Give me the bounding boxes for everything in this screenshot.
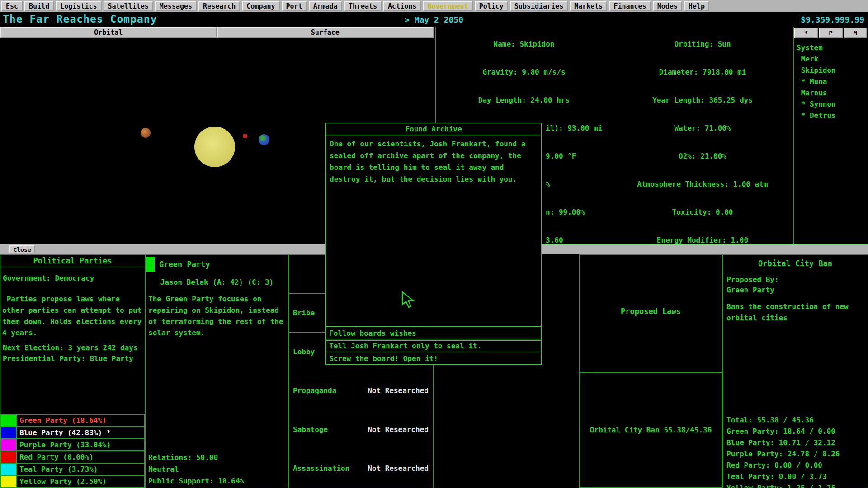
party-color-swatch <box>146 257 155 272</box>
proposed-law-item[interactable]: Orbital City Ban 55.38/45.36 <box>580 372 722 488</box>
party-label-2: Purple Party (33.04%) <box>17 439 145 451</box>
action-label: Lobby <box>293 347 315 356</box>
political-parties-title: Political Parties <box>0 255 145 267</box>
vote-yellow: Yellow Party: 1.25 / 1.25 <box>726 482 840 488</box>
party-swatch-3 <box>0 451 17 463</box>
party-swatch-4 <box>0 463 17 475</box>
sidebar-item-merk[interactable]: Merk <box>797 53 867 65</box>
next-election: Next Election: 3 years 242 days <box>3 343 145 352</box>
party-row-teal[interactable]: Teal Party (3.73%) <box>0 463 145 475</box>
action-row-propaganda[interactable]: Propaganda Not Researched <box>289 371 433 410</box>
planet-toxicity: Toxicity: 0.00 <box>612 198 793 226</box>
proposed-laws-title: Proposed Laws <box>580 307 722 316</box>
law-detail-panel: Orbital City Ban Proposed By: Green Part… <box>722 254 868 488</box>
party-stance: Neutral <box>148 464 244 475</box>
menu-item-finances[interactable]: Finances <box>609 1 651 11</box>
party-row-yellow[interactable]: Yellow Party (2.50%) <box>0 475 145 488</box>
menu-item-government[interactable]: Government <box>423 1 472 11</box>
mouse-cursor-icon <box>401 291 417 309</box>
view-tabs: Orbital Surface <box>0 27 434 38</box>
planet-diameter: Diameter: 7918.00 mi <box>612 58 793 86</box>
event-dialog: Found Archive One of our scientists, Jos… <box>326 123 542 365</box>
sidebar-item-skipidon[interactable]: Skipidon <box>797 65 867 76</box>
menu-item-research[interactable]: Research <box>198 1 240 11</box>
party-row-purple[interactable]: Purple Party (33.04%) <box>0 439 145 451</box>
planet-year-length: Year Length: 365.25 dys <box>612 86 793 114</box>
menu-item-help[interactable]: Help <box>684 1 709 11</box>
sidebar-item-detrus[interactable]: * Detrus <box>797 110 867 121</box>
sidebar-item-synnon[interactable]: * Synnon <box>797 99 867 110</box>
tab-orbital[interactable]: Orbital <box>0 27 217 38</box>
party-support: Public Support: 18.64% <box>148 475 244 487</box>
sidebar-star-button[interactable]: * <box>794 28 818 38</box>
planet-o2: O2%: 21.00% <box>612 142 793 170</box>
party-swatch-5 <box>0 475 17 488</box>
party-label-5: Yellow Party (2.50%) <box>17 475 145 488</box>
menu-item-port[interactable]: Port <box>282 1 307 11</box>
menu-item-subsidiaries[interactable]: Subsidiaries <box>510 1 568 11</box>
menu-item-company[interactable]: Company <box>242 1 279 11</box>
action-label: Bribe <box>293 309 315 317</box>
sidebar-item-muna[interactable]: * Muna <box>797 76 867 87</box>
party-label-3: Red Party (0.00%) <box>17 451 145 463</box>
dialog-option-open-it[interactable]: Screw the board! Open it! <box>326 353 541 365</box>
party-swatch-2 <box>0 439 17 451</box>
menu-item-esc[interactable]: Esc <box>1 1 23 11</box>
proposed-law-label: Orbital City Ban 55.38/45.36 <box>590 426 712 434</box>
party-label-0: Green Party (18.64%) <box>17 414 145 427</box>
menu-item-build[interactable]: Build <box>24 1 54 11</box>
law-proposed-by: Green Party <box>726 286 868 294</box>
action-label: Assassination <box>293 464 349 473</box>
menu-item-logistics[interactable]: Logistics <box>56 1 101 11</box>
party-leader: Jason Belak (A: 42) (C: 3) <box>146 278 288 286</box>
party-row-green[interactable]: Green Party (18.64%) <box>0 414 145 427</box>
vote-total: Total: 55.38 / 45.36 <box>726 414 840 426</box>
planet-name: Name: Skipidon <box>436 30 612 58</box>
menu-item-actions[interactable]: Actions <box>383 1 421 11</box>
party-list: Green Party (18.64%) Blue Party (42.83%)… <box>0 414 145 488</box>
sidebar-p-button[interactable]: P <box>819 28 842 38</box>
system-body-list: System Merk Skipidon * Muna Marnus * Syn… <box>794 38 868 121</box>
sidebar-m-button[interactable]: M <box>844 28 867 38</box>
game-date: > May 2 2050 <box>0 15 868 24</box>
party-detail-panel: Green Party Jason Belak (A: 42) (C: 3) T… <box>145 254 289 488</box>
party-description: The Green Party focuses on repairing on … <box>148 293 286 338</box>
close-button[interactable]: Close <box>9 245 35 253</box>
party-detail-header: Green Party <box>146 255 288 272</box>
sun-body[interactable] <box>194 127 235 167</box>
menu-item-nodes[interactable]: Nodes <box>653 1 682 11</box>
planet-orange-body[interactable] <box>141 128 151 138</box>
party-row-red[interactable]: Red Party (0.00%) <box>0 451 145 463</box>
menu-item-threats[interactable]: Threats <box>344 1 382 11</box>
sidebar-item-system[interactable]: System <box>797 42 867 53</box>
top-menubar: Esc Build Logistics Satellites Messages … <box>0 0 868 12</box>
planet-blue-body[interactable] <box>259 134 269 145</box>
presidential-party: Presidential Party: Blue Party <box>3 354 145 363</box>
action-status: Not Researched <box>368 386 429 395</box>
menu-item-satellites[interactable]: Satellites <box>104 1 153 11</box>
planet-gravity: Gravity: 9.80 m/s/s <box>436 58 612 86</box>
party-label-1: Blue Party (42.83%) * <box>17 427 145 439</box>
title-bar: The Far Reaches Company > May 2 2050 $9,… <box>0 12 868 27</box>
tab-surface[interactable]: Surface <box>217 27 434 38</box>
menu-item-policy[interactable]: Policy <box>475 1 508 11</box>
system-sidebar: * P M System Merk Skipidon * Muna Marnus… <box>793 27 868 244</box>
menu-item-markets[interactable]: Markets <box>570 1 607 11</box>
sidebar-buttons: * P M <box>794 27 868 38</box>
planet-atmosphere: Atmosphere Thickness: 1.00 atm <box>612 170 793 198</box>
menu-item-armada[interactable]: Armada <box>309 1 342 11</box>
law-proposed-by-label: Proposed By: <box>726 275 868 284</box>
menu-item-messages[interactable]: Messages <box>155 1 197 11</box>
action-row-assassination[interactable]: Assassination Not Researched <box>289 449 433 488</box>
sidebar-item-marnus[interactable]: Marnus <box>797 87 867 99</box>
vote-purple: Purple Party: 24.78 / 8.26 <box>726 448 840 460</box>
action-label: Sabatoge <box>293 425 328 434</box>
party-stats: Relations: 50.00 Neutral Public Support:… <box>148 452 244 487</box>
dialog-option-seal-only[interactable]: Tell Josh Frankart only to seal it. <box>326 340 541 352</box>
party-row-blue[interactable]: Blue Party (42.83%) * <box>0 427 145 439</box>
dialog-option-follow-board[interactable]: Follow boards wishes <box>326 328 541 339</box>
government-description: Parties propose laws where other parties… <box>2 293 143 338</box>
planet-red-body[interactable] <box>243 134 247 138</box>
party-relations: Relations: 50.00 <box>148 452 244 464</box>
action-row-sabatoge[interactable]: Sabatoge Not Researched <box>289 410 433 449</box>
